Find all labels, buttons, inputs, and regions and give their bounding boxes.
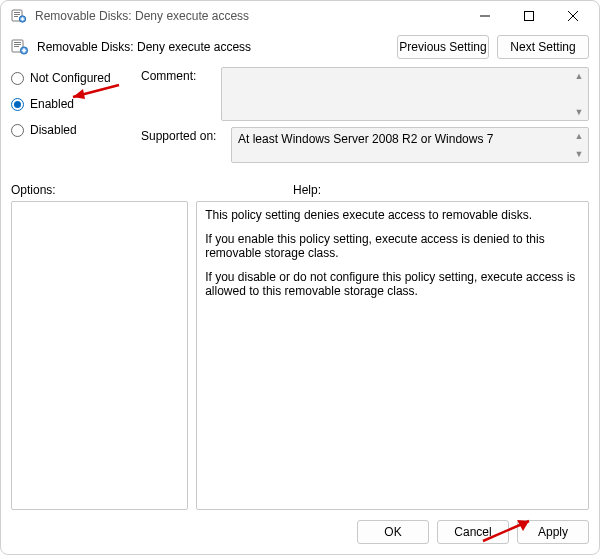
- ok-button[interactable]: OK: [357, 520, 429, 544]
- radio-icon: [11, 72, 24, 85]
- state-radio-group: Not Configured Enabled Disabled: [11, 67, 129, 149]
- radio-icon: [11, 124, 24, 137]
- svg-rect-14: [14, 46, 19, 47]
- help-panel: This policy setting denies execute acces…: [196, 201, 589, 510]
- scroll-down-icon[interactable]: ▼: [572, 148, 586, 160]
- svg-rect-17: [22, 50, 26, 52]
- svg-rect-7: [480, 16, 490, 17]
- dialog-window: Removable Disks: Deny execute access: [0, 0, 600, 555]
- svg-rect-2: [14, 14, 20, 15]
- options-label: Options:: [11, 183, 293, 197]
- apply-button[interactable]: Apply: [517, 520, 589, 544]
- header-row: Removable Disks: Deny execute access Pre…: [11, 35, 589, 59]
- close-button[interactable]: [551, 1, 595, 31]
- policy-icon: [11, 38, 29, 56]
- svg-rect-6: [21, 18, 25, 19]
- radio-label: Enabled: [30, 97, 74, 111]
- previous-setting-button[interactable]: Previous Setting: [397, 35, 489, 59]
- config-area: Not Configured Enabled Disabled Comment:: [11, 67, 589, 169]
- options-panel: [11, 201, 188, 510]
- radio-label: Not Configured: [30, 71, 111, 85]
- scroll-arrows: ▲ ▼: [572, 70, 586, 118]
- comment-label: Comment:: [141, 67, 221, 83]
- radio-icon: [11, 98, 24, 111]
- cancel-button[interactable]: Cancel: [437, 520, 509, 544]
- comment-field: Comment: ▲ ▼: [141, 67, 589, 121]
- scroll-arrows: ▲ ▼: [572, 130, 586, 160]
- radio-enabled[interactable]: Enabled: [11, 97, 129, 111]
- titlebar: Removable Disks: Deny execute access: [1, 1, 599, 31]
- help-paragraph: If you disable or do not configure this …: [205, 270, 580, 298]
- supported-label: Supported on:: [141, 127, 231, 143]
- svg-rect-12: [14, 42, 21, 43]
- radio-label: Disabled: [30, 123, 77, 137]
- panels-row: This policy setting denies execute acces…: [11, 201, 589, 510]
- radio-not-configured[interactable]: Not Configured: [11, 71, 129, 85]
- window-title: Removable Disks: Deny execute access: [35, 9, 249, 23]
- scroll-up-icon[interactable]: ▲: [572, 130, 586, 142]
- minimize-button[interactable]: [463, 1, 507, 31]
- svg-rect-8: [525, 12, 534, 21]
- supported-field: Supported on: At least Windows Server 20…: [141, 127, 589, 163]
- dialog-buttons: OK Cancel Apply: [11, 520, 589, 544]
- policy-title: Removable Disks: Deny execute access: [37, 40, 251, 54]
- scroll-down-icon[interactable]: ▼: [572, 106, 586, 118]
- comment-value: [222, 68, 588, 76]
- comment-textarea[interactable]: ▲ ▼: [221, 67, 589, 121]
- supported-box: At least Windows Server 2008 R2 or Windo…: [231, 127, 589, 163]
- svg-rect-1: [14, 12, 20, 13]
- maximize-button[interactable]: [507, 1, 551, 31]
- help-paragraph: If you enable this policy setting, execu…: [205, 232, 580, 260]
- svg-rect-3: [14, 16, 18, 17]
- panel-labels: Options: Help:: [11, 183, 589, 197]
- supported-value: At least Windows Server 2008 R2 or Windo…: [232, 128, 588, 150]
- next-setting-button[interactable]: Next Setting: [497, 35, 589, 59]
- help-label: Help:: [293, 183, 589, 197]
- svg-rect-13: [14, 44, 21, 45]
- scroll-up-icon[interactable]: ▲: [572, 70, 586, 82]
- policy-app-icon: [11, 8, 27, 24]
- radio-disabled[interactable]: Disabled: [11, 123, 129, 137]
- help-paragraph: This policy setting denies execute acces…: [205, 208, 580, 222]
- dialog-content: Removable Disks: Deny execute access Pre…: [1, 31, 599, 554]
